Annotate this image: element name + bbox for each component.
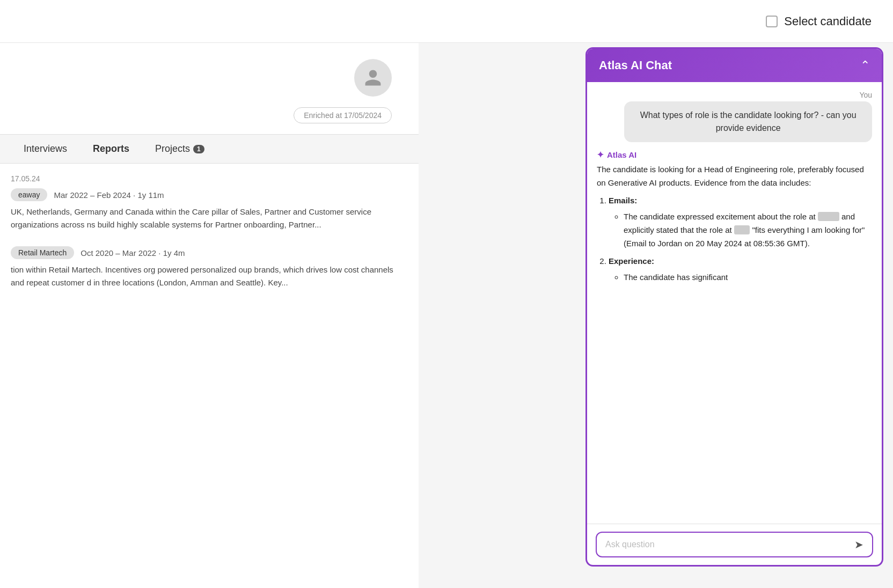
send-button[interactable]: ➤ bbox=[854, 538, 863, 551]
job-entry-2: Retail Martech Oct 2020 – Mar 2022 · 1y … bbox=[11, 246, 408, 289]
experience-heading: Experience: bbox=[609, 256, 654, 266]
user-message-block: You What types of role is the candidate … bbox=[597, 91, 872, 142]
user-message: What types of role is the candidate look… bbox=[624, 101, 872, 142]
select-candidate-wrapper: Select candidate bbox=[766, 14, 872, 28]
tab-reports[interactable]: Reports bbox=[80, 135, 142, 163]
main-content: Enriched at 17/05/2024 Interviews Report… bbox=[0, 43, 419, 588]
tab-projects[interactable]: Projects 1 bbox=[142, 135, 217, 163]
projects-badge: 1 bbox=[193, 145, 204, 153]
chat-input-area: ➤ bbox=[587, 524, 882, 565]
date-label: 17.05.24 bbox=[11, 174, 408, 183]
enriched-tag: Enriched at 17/05/2024 bbox=[294, 107, 392, 123]
blurred-company-2: ██ bbox=[734, 225, 750, 234]
experience-subpoint-1: The candidate has significant bbox=[624, 271, 872, 284]
tabs-bar: Interviews Reports Projects 1 bbox=[0, 135, 419, 164]
job-description-2: tion within Retail Martech. Incentives o… bbox=[11, 263, 408, 289]
experience-sublist: The candidate has significant bbox=[609, 271, 872, 284]
job-duration-1: Mar 2022 – Feb 2024 · 1y 11m bbox=[54, 190, 164, 200]
person-icon bbox=[363, 68, 383, 87]
tab-interviews[interactable]: Interviews bbox=[11, 135, 80, 163]
chat-header: Atlas AI Chat ⌃ bbox=[587, 49, 882, 82]
content-area: 17.05.24 eaway Mar 2022 – Feb 2024 · 1y … bbox=[0, 164, 419, 315]
job-header-1: eaway Mar 2022 – Feb 2024 · 1y 11m bbox=[11, 188, 408, 201]
top-bar: Select candidate bbox=[0, 0, 893, 43]
chat-messages: You What types of role is the candidate … bbox=[587, 82, 882, 524]
company-tag-2: Retail Martech bbox=[11, 246, 74, 259]
ai-label: ✦ Atlas AI bbox=[597, 150, 872, 160]
enriched-badge-area: Enriched at 17/05/2024 bbox=[0, 102, 419, 134]
chat-collapse-button[interactable]: ⌃ bbox=[860, 60, 870, 71]
avatar-section bbox=[0, 43, 419, 102]
chat-title: Atlas AI Chat bbox=[599, 58, 672, 72]
job-entry-1: eaway Mar 2022 – Feb 2024 · 1y 11m UK, N… bbox=[11, 188, 408, 231]
blurred-company-1: ███ bbox=[818, 212, 839, 221]
company-tag-1: eaway bbox=[11, 188, 47, 201]
ai-response-block: ✦ Atlas AI The candidate is looking for … bbox=[597, 150, 872, 289]
you-label: You bbox=[859, 91, 872, 99]
chat-input-wrapper: ➤ bbox=[596, 532, 873, 557]
avatar bbox=[354, 59, 392, 97]
select-candidate-label: Select candidate bbox=[784, 14, 872, 28]
job-header-2: Retail Martech Oct 2020 – Mar 2022 · 1y … bbox=[11, 246, 408, 259]
ai-evidence-item-1: Emails: The candidate expressed exciteme… bbox=[609, 194, 872, 251]
sparkle-icon: ✦ bbox=[597, 150, 604, 160]
chat-question-input[interactable] bbox=[605, 540, 849, 549]
emails-sublist: The candidate expressed excitement about… bbox=[609, 210, 872, 250]
job-duration-2: Oct 2020 – Mar 2022 · 1y 4m bbox=[80, 248, 185, 258]
job-description-1: UK, Netherlands, Germany and Canada with… bbox=[11, 205, 408, 231]
ai-message: The candidate is looking for a Head of E… bbox=[597, 163, 872, 284]
send-icon: ➤ bbox=[854, 538, 863, 551]
ai-evidence-list: Emails: The candidate expressed exciteme… bbox=[597, 194, 872, 285]
chat-panel: Atlas AI Chat ⌃ You What types of role i… bbox=[585, 47, 883, 567]
select-candidate-checkbox[interactable] bbox=[766, 16, 778, 27]
email-subpoint-1: The candidate expressed excitement about… bbox=[624, 210, 872, 250]
emails-heading: Emails: bbox=[609, 196, 637, 205]
ai-evidence-item-2: Experience: The candidate has significan… bbox=[609, 255, 872, 285]
